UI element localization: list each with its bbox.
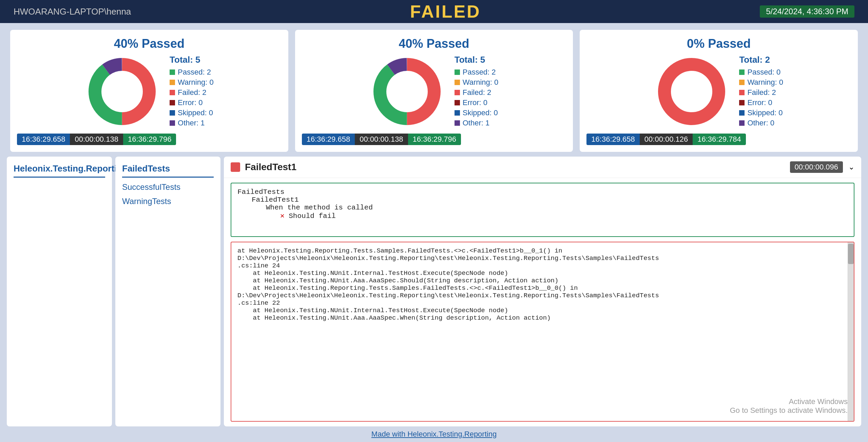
scrollbar[interactable] <box>848 242 854 421</box>
warning-label-3: Warning: 0 <box>747 78 783 87</box>
chart-card-2: 40% Passed Total: 5 Passed: 2 <box>295 30 573 152</box>
output-line-2: FailedTest1 <box>237 196 848 204</box>
time-dur-2: 00:00:00.138 <box>355 134 408 145</box>
suite-panel: Heleonix.Testing.Reporting.Tests <box>7 157 112 426</box>
suite-panel-title: Heleonix.Testing.Reporting.Tests <box>14 163 105 178</box>
warning-dot-2 <box>455 80 460 85</box>
error-label-1: Error: 0 <box>178 98 202 107</box>
chart-total-1: Total: 5 <box>170 55 214 65</box>
chart-card-1: 40% Passed Total: 5 <box>10 30 288 152</box>
other-label-1: Other: 1 <box>178 119 205 127</box>
legend-passed-1: Passed: 2 <box>170 68 214 77</box>
skipped-label-3: Skipped: 0 <box>747 108 783 117</box>
skipped-dot-3 <box>739 110 745 116</box>
legend-failed-1: Failed: 2 <box>170 88 214 97</box>
expand-icon[interactable]: ⌄ <box>848 163 854 172</box>
svg-point-9 <box>671 71 712 112</box>
main-content: 40% Passed Total: 5 <box>0 23 868 442</box>
failed-dot-2 <box>455 90 460 95</box>
chart-title-2: 40% Passed <box>399 37 469 51</box>
detail-header: FailedTest1 00:00:00.096 ⌄ <box>224 157 861 178</box>
footer: Made with Heleonix.Testing.Reporting <box>0 426 868 442</box>
chart-body-1: Total: 5 Passed: 2 Warning: 0 Failed: 2 <box>17 54 282 129</box>
passed-dot-2 <box>455 69 460 75</box>
time-end-1: 16:36:29.796 <box>123 134 176 145</box>
detail-duration: 00:00:00.096 <box>790 161 843 173</box>
passed-label-1: Passed: 2 <box>178 68 211 77</box>
failed-label-1: Failed: 2 <box>178 88 206 97</box>
other-label-2: Other: 1 <box>463 119 490 127</box>
chart-total-2: Total: 5 <box>455 55 499 65</box>
legend-other-1: Other: 1 <box>170 119 214 127</box>
time-dur-3: 00:00:00.126 <box>640 134 693 145</box>
donut-chart-3 <box>654 54 729 129</box>
detail-title-area: FailedTest1 <box>231 162 296 173</box>
donut-chart-1 <box>85 54 159 129</box>
chart-title-3: 0% Passed <box>687 37 751 51</box>
stack-trace-box[interactable]: at Heleonix.Testing.Reporting.Tests.Samp… <box>231 242 854 422</box>
machine-name: HWOARANG-LAPTOP\henna <box>14 6 131 17</box>
time-end-2: 16:36:29.796 <box>408 134 461 145</box>
test-list-panel: FailedTests SuccessfulTests WarningTests <box>115 157 220 426</box>
skipped-dot-2 <box>455 110 460 116</box>
passed-label-3: Passed: 0 <box>747 68 780 77</box>
error-dot-2 <box>455 100 460 105</box>
skipped-dot-1 <box>170 110 175 116</box>
chart-total-3: Total: 2 <box>739 55 783 65</box>
output-line-4: ✕ Should fail <box>237 212 848 220</box>
legend-warning-1: Warning: 0 <box>170 78 214 87</box>
other-label-3: Other: 0 <box>747 119 774 127</box>
passed-dot-1 <box>170 69 175 75</box>
test-output-box: FailedTests FailedTest1 When the method … <box>231 183 854 237</box>
output-line-3: When the method is called <box>237 204 848 212</box>
time-start-3: 16:36:29.658 <box>586 134 639 145</box>
warning-label-2: Warning: 0 <box>463 78 499 87</box>
error-label-3: Error: 0 <box>747 98 772 107</box>
test-list-item-successful[interactable]: SuccessfulTests <box>122 182 214 192</box>
chart-card-3: 0% Passed Total: 2 Passed: 0 <box>580 30 858 152</box>
skipped-label-1: Skipped: 0 <box>178 108 213 117</box>
passed-label-2: Passed: 2 <box>463 68 496 77</box>
warning-label-1: Warning: 0 <box>178 78 214 87</box>
footer-link[interactable]: Made with Heleonix.Testing.Reporting <box>371 430 497 438</box>
failed-label-2: Failed: 2 <box>463 88 491 97</box>
error-dot-3 <box>739 100 745 105</box>
charts-row: 40% Passed Total: 5 <box>0 23 868 152</box>
header: HWOARANG-LAPTOP\henna FAILED 5/24/2024, … <box>0 0 868 23</box>
stack-trace-content: at Heleonix.Testing.Reporting.Tests.Samp… <box>237 247 848 322</box>
failed-dot-3 <box>739 90 745 95</box>
legend-error-1: Error: 0 <box>170 98 214 107</box>
error-label-2: Error: 0 <box>463 98 487 107</box>
failed-label-3: Failed: 2 <box>747 88 776 97</box>
passed-dot-3 <box>739 69 745 75</box>
chart-legend-1: Total: 5 Passed: 2 Warning: 0 Failed: 2 <box>170 55 214 129</box>
chart-legend-3: Total: 2 Passed: 0 Warning: 0 Failed: 2 <box>739 55 783 129</box>
test-detail-panel: FailedTest1 00:00:00.096 ⌄ FailedTests F… <box>224 157 861 426</box>
chart-body-2: Total: 5 Passed: 2 Warning: 0 Failed: 2 <box>302 54 566 129</box>
error-dot-1 <box>170 100 175 105</box>
time-end-3: 16:36:29.784 <box>693 134 746 145</box>
chart-footer-3: 16:36:29.658 00:00:00.126 16:36:29.784 <box>586 134 851 145</box>
failed-status-icon <box>231 162 240 172</box>
other-dot-1 <box>170 120 175 126</box>
time-dur-1: 00:00:00.138 <box>70 134 123 145</box>
test-list-item-warning[interactable]: WarningTests <box>122 197 214 206</box>
time-start-1: 16:36:29.658 <box>17 134 70 145</box>
scrollbar-thumb[interactable] <box>848 244 854 264</box>
page-title: FAILED <box>410 1 481 22</box>
other-dot-2 <box>455 120 460 126</box>
svg-point-3 <box>102 71 142 112</box>
failed-dot-1 <box>170 90 175 95</box>
warning-dot-1 <box>170 80 175 85</box>
donut-chart-2 <box>370 54 444 129</box>
chart-title-1: 40% Passed <box>114 37 185 51</box>
timestamp: 5/24/2024, 4:36:30 PM <box>760 5 854 18</box>
skipped-label-2: Skipped: 0 <box>463 108 498 117</box>
output-line-1: FailedTests <box>237 188 848 196</box>
time-start-2: 16:36:29.658 <box>302 134 355 145</box>
test-list-title: FailedTests <box>122 163 214 178</box>
legend-skipped-1: Skipped: 0 <box>170 108 214 117</box>
chart-footer-2: 16:36:29.658 00:00:00.138 16:36:29.796 <box>302 134 566 145</box>
chart-body-3: Total: 2 Passed: 0 Warning: 0 Failed: 2 <box>586 54 851 129</box>
svg-point-7 <box>387 71 427 112</box>
